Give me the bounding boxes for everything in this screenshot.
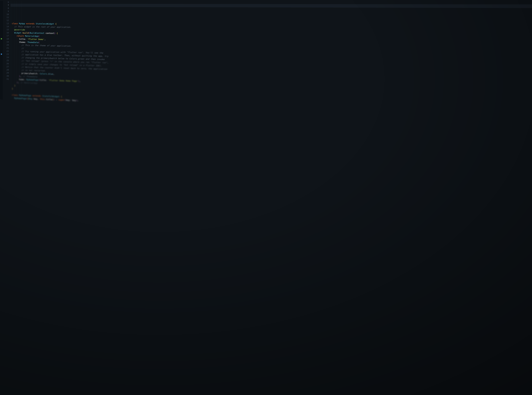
code-token: key	[66, 99, 70, 101]
code-token: // This widget is the root of your appli…	[14, 25, 71, 28]
code-token: .	[45, 98, 46, 100]
code-token: MyApp	[19, 22, 25, 25]
code-token: (	[38, 41, 40, 44]
line-number: 11	[3, 16, 9, 19]
line-number: 24	[3, 56, 9, 59]
code-token: context	[45, 32, 54, 34]
breakpoint-row[interactable]	[0, 10, 3, 13]
code-token: title	[19, 38, 25, 40]
breakpoint-row[interactable]	[0, 43, 3, 46]
code-token: :	[25, 41, 27, 43]
breakpoint-row[interactable]	[0, 37, 3, 40]
code-token: this	[40, 98, 45, 100]
breakpoint-row[interactable]	[0, 40, 3, 43]
code-token	[54, 23, 55, 25]
code-token: (	[26, 97, 28, 100]
code-token: :	[70, 99, 72, 101]
line-number: 29	[3, 71, 9, 75]
breakpoint-row[interactable]	[0, 1, 3, 4]
breakpoint-gutter[interactable]	[0, 1, 3, 99]
line-number: 9	[3, 10, 9, 13]
breakpoint-row[interactable]	[0, 46, 3, 49]
code-token: :	[25, 38, 27, 40]
code-token: // This is the theme of your application…	[21, 44, 71, 47]
line-number: 7	[3, 4, 9, 7]
code-token: super	[58, 99, 65, 101]
line-number: 22	[3, 49, 9, 53]
code-token	[55, 32, 57, 34]
code-token: home	[19, 78, 24, 81]
code-token: )	[76, 99, 77, 102]
code-token: title	[46, 98, 52, 101]
code-token: Colors	[40, 72, 47, 75]
code-token: // ThemeData	[23, 75, 37, 78]
line-number: 23	[3, 53, 9, 56]
code-token: }	[52, 98, 53, 101]
breakpoint-row[interactable]	[0, 74, 3, 77]
line-number: 8	[3, 7, 9, 10]
code-token: extends	[25, 22, 36, 25]
breakpoint-row[interactable]	[0, 28, 3, 31]
code-token: }	[14, 84, 16, 87]
code-token: blue	[48, 73, 53, 75]
code-token: ,	[79, 80, 81, 82]
code-token: {	[27, 97, 29, 100]
breakpoint-row[interactable]	[0, 59, 3, 62]
code-token: // is not restarted.	[22, 69, 46, 72]
code-area[interactable]: class MyApp extends StatelessWidget { //…	[11, 1, 532, 124]
code-token: class	[12, 94, 19, 96]
line-number: 19	[3, 40, 9, 44]
breakpoint-row[interactable]	[0, 4, 3, 7]
code-token: (	[29, 32, 30, 34]
breakpoint-row[interactable]	[0, 49, 3, 53]
code-token: :	[55, 98, 58, 101]
code-token: key	[34, 98, 38, 100]
code-token: MyHomePage	[26, 78, 38, 81]
code-token: ,	[37, 98, 40, 100]
code-token: ;	[18, 81, 20, 84]
line-number-gutter: 6789101112131415161718192021222324252627…	[3, 1, 11, 100]
line-number: 12	[3, 19, 9, 22]
code-token: {	[55, 23, 57, 25]
breakpoint-row[interactable]	[0, 71, 3, 74]
breakpoint-row[interactable]	[0, 34, 3, 37]
breakpoint-row[interactable]	[0, 19, 3, 22]
code-token: )	[78, 80, 79, 82]
breakpoint-row[interactable]	[0, 56, 3, 59]
breakpoint-row[interactable]	[0, 53, 3, 56]
breakpoint-marker-icon[interactable]	[1, 54, 2, 55]
code-token: ;	[77, 99, 78, 102]
breakpoint-row[interactable]	[0, 77, 3, 81]
code-token: primarySwatch	[22, 72, 37, 75]
line-number: 31	[3, 77, 9, 81]
line-number: 21	[3, 46, 9, 50]
code-token: (	[38, 79, 40, 81]
line-number: 20	[3, 44, 9, 47]
line-number: 15	[3, 28, 9, 31]
breakpoint-row[interactable]	[0, 13, 3, 16]
breakpoint-row[interactable]	[0, 68, 3, 71]
breakpoint-row[interactable]	[0, 22, 3, 25]
code-token: class	[12, 22, 19, 25]
code-token: {	[61, 95, 62, 98]
code-token: )	[54, 32, 55, 34]
code-token: build	[22, 32, 29, 34]
breakpoint-row[interactable]	[0, 31, 3, 34]
code-token: (	[65, 99, 66, 101]
breakpoint-row[interactable]	[0, 65, 3, 68]
breakpoint-marker-icon[interactable]	[1, 38, 2, 39]
code-token: // MaterialApp	[20, 81, 37, 84]
code-token: (	[38, 35, 40, 37]
breakpoint-row[interactable]	[0, 62, 3, 65]
code-token: {	[57, 32, 58, 34]
code-token: :	[46, 79, 48, 81]
breakpoint-row[interactable]	[0, 16, 3, 19]
line-number: 30	[3, 74, 9, 78]
code-token: StatelessWidget	[36, 22, 54, 25]
code-editor[interactable]: 6789101112131415161718192021222324252627…	[0, 0, 532, 124]
code-token: return	[16, 35, 25, 37]
breakpoint-row[interactable]	[0, 7, 3, 10]
code-token: StatefulWidget	[42, 95, 60, 98]
breakpoint-row[interactable]	[0, 25, 3, 28]
code-token: key	[72, 99, 76, 102]
